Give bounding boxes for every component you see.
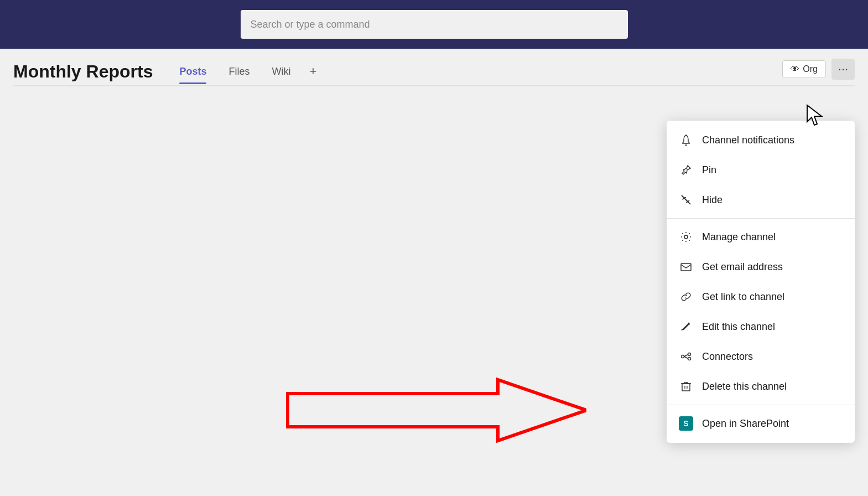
menu-item-get-email[interactable]: Get email address bbox=[667, 252, 855, 282]
link-icon bbox=[679, 290, 693, 304]
email-icon bbox=[679, 260, 693, 274]
svg-point-5 bbox=[688, 353, 691, 356]
sharepoint-icon: S bbox=[679, 416, 693, 431]
arrow-annotation bbox=[266, 374, 586, 446]
menu-item-delete-channel[interactable]: Delete this channel bbox=[667, 371, 855, 401]
trash-icon bbox=[679, 379, 693, 394]
header-right: 👁 Org ··· bbox=[782, 59, 855, 80]
menu-item-edit-channel[interactable]: Edit this channel bbox=[667, 312, 855, 342]
tabs: Posts Files Wiki + bbox=[168, 59, 324, 84]
divider-2 bbox=[667, 405, 855, 405]
edit-channel-label: Edit this channel bbox=[702, 321, 775, 333]
tab-posts[interactable]: Posts bbox=[168, 60, 217, 83]
tab-underline bbox=[13, 85, 855, 86]
menu-item-channel-notifications[interactable]: Channel notifications bbox=[667, 125, 855, 155]
menu-item-hide[interactable]: Hide bbox=[667, 185, 855, 215]
connectors-icon bbox=[679, 349, 693, 364]
channel-title: Monthly Reports bbox=[13, 61, 153, 82]
org-label: Org bbox=[803, 64, 818, 74]
search-placeholder: Search or type a command bbox=[251, 19, 370, 30]
svg-point-4 bbox=[682, 355, 684, 358]
svg-point-0 bbox=[685, 135, 687, 136]
bell-icon bbox=[679, 133, 693, 147]
open-sharepoint-label: Open in SharePoint bbox=[702, 418, 789, 430]
topbar: Search or type a command bbox=[0, 0, 868, 49]
pin-icon bbox=[679, 163, 693, 177]
channel-header: Monthly Reports Posts Files Wiki + bbox=[0, 49, 868, 84]
gear-icon bbox=[679, 230, 693, 244]
svg-point-6 bbox=[688, 358, 691, 360]
connectors-label: Connectors bbox=[702, 351, 753, 363]
get-link-label: Get link to channel bbox=[702, 291, 784, 303]
menu-item-get-link[interactable]: Get link to channel bbox=[667, 282, 855, 312]
svg-marker-12 bbox=[288, 380, 586, 441]
eye-icon: 👁 bbox=[791, 64, 799, 74]
svg-point-2 bbox=[684, 235, 688, 239]
tab-add-button[interactable]: + bbox=[302, 59, 324, 84]
search-box[interactable]: Search or type a command bbox=[241, 10, 628, 39]
divider-1 bbox=[667, 218, 855, 219]
get-email-label: Get email address bbox=[702, 261, 783, 273]
menu-item-manage-channel[interactable]: Manage channel bbox=[667, 222, 855, 252]
manage-channel-label: Manage channel bbox=[702, 231, 776, 243]
pencil-icon bbox=[679, 319, 693, 334]
channel-notifications-label: Channel notifications bbox=[702, 135, 794, 146]
menu-item-open-sharepoint[interactable]: S Open in SharePoint bbox=[667, 409, 855, 438]
org-button[interactable]: 👁 Org bbox=[782, 60, 826, 78]
pin-label: Pin bbox=[702, 164, 716, 176]
context-menu: Channel notifications Pin Hide bbox=[667, 121, 855, 443]
ellipsis-icon: ··· bbox=[838, 62, 848, 76]
svg-line-8 bbox=[684, 356, 688, 359]
menu-item-connectors[interactable]: Connectors bbox=[667, 342, 855, 371]
svg-rect-3 bbox=[681, 264, 691, 271]
hide-icon bbox=[679, 193, 693, 207]
svg-line-7 bbox=[684, 355, 688, 357]
hide-label: Hide bbox=[702, 194, 723, 206]
more-options-button[interactable]: ··· bbox=[831, 59, 855, 80]
mouse-cursor bbox=[806, 104, 824, 127]
tab-wiki[interactable]: Wiki bbox=[261, 60, 302, 83]
tab-files[interactable]: Files bbox=[217, 60, 261, 83]
main-area: Monthly Reports Posts Files Wiki + 👁 Org… bbox=[0, 49, 868, 496]
delete-channel-label: Delete this channel bbox=[702, 381, 787, 392]
svg-rect-9 bbox=[682, 384, 690, 391]
menu-item-pin[interactable]: Pin bbox=[667, 155, 855, 185]
